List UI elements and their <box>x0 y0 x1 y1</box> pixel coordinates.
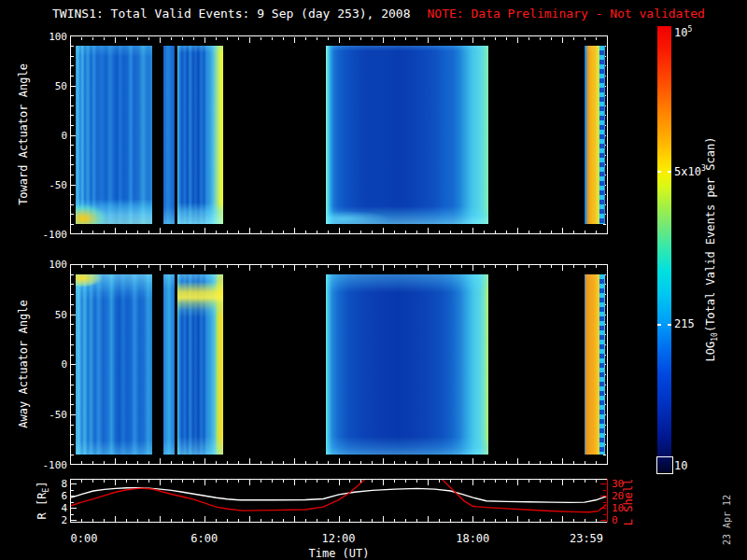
x-tick <box>596 37 597 40</box>
x-tick <box>317 231 317 233</box>
x-tick <box>416 37 417 40</box>
y-tick <box>71 105 74 106</box>
r-tick <box>71 520 77 521</box>
x-tick <box>428 480 429 485</box>
y-tick <box>71 434 74 435</box>
x-tick <box>405 37 406 40</box>
x-tick <box>416 231 417 233</box>
title-row: TWINS1: Total Valid Events: 9 Sep (day 2… <box>52 7 705 21</box>
x-tick <box>484 519 485 522</box>
x-tick <box>249 37 250 43</box>
x-tick <box>148 480 149 483</box>
x-tick <box>339 458 340 464</box>
x-tick <box>171 480 172 483</box>
colorbar-dash <box>657 171 661 173</box>
x-tick <box>249 480 250 485</box>
x-tick <box>540 37 541 40</box>
x-tick <box>394 231 395 233</box>
y-tick-label: -50 <box>35 408 67 420</box>
y-tick <box>71 304 74 305</box>
x-tick <box>461 461 462 464</box>
x-tick <box>137 480 138 483</box>
x-tick-label: 23:59 <box>570 532 603 545</box>
x-tick <box>294 480 295 485</box>
heatmap-segment <box>177 46 223 224</box>
x-tick-label: 18:00 <box>456 532 489 545</box>
colorbar-dash <box>657 324 661 326</box>
heatmap-segment <box>163 46 175 224</box>
x-tick <box>283 37 284 40</box>
x-tick <box>115 228 116 233</box>
x-tick <box>540 231 541 233</box>
x-tick <box>495 480 496 483</box>
time-axis-title: Time (UT) <box>308 547 369 560</box>
lshell-tick-label: 30 <box>612 478 643 490</box>
y-tick <box>71 404 74 405</box>
x-tick <box>450 519 451 522</box>
toward-axis-title: Toward Actuator Angle <box>17 63 30 205</box>
colorbar-tick-label: 10 <box>674 459 687 472</box>
x-tick <box>585 37 585 40</box>
x-tick <box>204 480 205 485</box>
x-tick <box>137 231 138 233</box>
heatmap-segment <box>163 274 175 455</box>
x-tick <box>529 519 529 522</box>
x-tick <box>216 480 217 483</box>
x-tick <box>596 461 597 464</box>
x-tick <box>506 461 507 464</box>
x-tick <box>249 516 250 522</box>
x-tick <box>81 37 82 40</box>
x-tick <box>193 480 194 483</box>
y-tick <box>603 224 606 225</box>
x-tick <box>261 519 261 522</box>
x-tick <box>439 461 440 464</box>
y-tick-label: 0 <box>35 129 67 141</box>
plot-window: TWINS1: Total Valid Events: 9 Sep (day 2… <box>0 0 747 560</box>
x-tick <box>517 228 518 233</box>
x-tick <box>506 37 507 40</box>
x-tick <box>204 228 205 233</box>
y-tick <box>71 214 74 215</box>
x-tick <box>405 519 406 522</box>
x-tick <box>294 458 295 464</box>
x-tick <box>484 461 485 464</box>
x-tick <box>428 37 429 43</box>
y-tick-label: 100 <box>35 259 67 271</box>
x-tick <box>148 37 149 40</box>
x-tick <box>585 265 585 268</box>
x-tick <box>294 228 295 233</box>
r-tick <box>71 514 74 515</box>
x-tick <box>261 37 261 40</box>
x-tick <box>495 37 496 40</box>
x-tick <box>227 265 228 268</box>
y-tick-label: -100 <box>35 228 67 240</box>
lshell-tick <box>600 496 606 497</box>
x-tick <box>562 265 563 271</box>
x-tick <box>428 228 429 233</box>
r-tick <box>71 483 77 484</box>
x-tick <box>204 37 205 43</box>
x-tick <box>283 265 284 268</box>
y-tick <box>71 204 74 205</box>
x-tick <box>383 480 384 485</box>
x-tick <box>126 519 127 522</box>
r-tick <box>71 496 77 497</box>
x-tick <box>328 519 329 522</box>
x-tick <box>104 231 105 233</box>
y-tick <box>71 224 74 225</box>
x-tick <box>204 458 205 464</box>
x-tick <box>126 231 127 233</box>
r-tick <box>71 490 74 491</box>
x-tick <box>160 265 161 271</box>
x-tick <box>540 265 541 268</box>
x-tick <box>160 480 161 485</box>
x-tick <box>261 480 261 483</box>
x-tick <box>305 231 306 233</box>
x-tick <box>495 265 496 268</box>
y-tick <box>71 65 74 66</box>
x-tick <box>104 265 105 268</box>
x-tick <box>216 231 217 233</box>
x-tick <box>585 519 585 522</box>
x-tick <box>405 480 406 483</box>
y-tick <box>71 444 74 445</box>
